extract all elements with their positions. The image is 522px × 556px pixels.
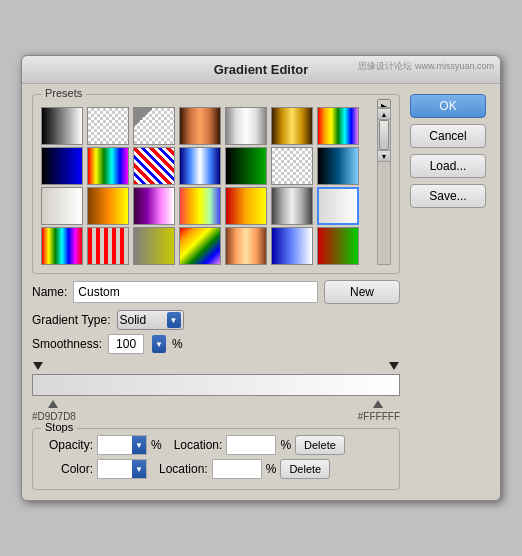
- scroll-thumb[interactable]: [379, 120, 389, 150]
- preset-cell[interactable]: [317, 107, 359, 145]
- preset-cell[interactable]: [133, 147, 175, 185]
- color-value-input[interactable]: [98, 462, 132, 476]
- opacity-label: Opacity:: [41, 438, 93, 452]
- gradient-type-dropdown-arrow[interactable]: ▼: [167, 312, 181, 328]
- presets-grid: [41, 107, 361, 265]
- opacity-percent-label: %: [151, 438, 162, 452]
- preset-cell[interactable]: [271, 147, 313, 185]
- opacity-location-input[interactable]: [227, 438, 275, 452]
- preset-cell[interactable]: [41, 107, 83, 145]
- ok-button[interactable]: OK: [410, 94, 486, 118]
- color-location-input[interactable]: [213, 462, 261, 476]
- watermark: 思缘设计论坛 www.missyuan.com: [358, 60, 494, 73]
- opacity-delete-button[interactable]: Delete: [295, 435, 345, 455]
- preset-cell[interactable]: [225, 107, 267, 145]
- scroll-up-btn[interactable]: ▲: [377, 108, 391, 120]
- preset-cell[interactable]: [317, 227, 359, 265]
- smoothness-label: Smoothness:: [32, 337, 102, 351]
- gradient-editor-dialog: Gradient Editor 思缘设计论坛 www.missyuan.com …: [21, 55, 501, 501]
- preset-cell[interactable]: [41, 227, 83, 265]
- gradient-type-select[interactable]: Solid Noise: [120, 313, 165, 327]
- preset-cell[interactable]: [41, 147, 83, 185]
- color-location-percent: %: [266, 462, 277, 476]
- presets-section: Presets ▶ ▲ ▼: [32, 94, 400, 274]
- preset-cell[interactable]: [271, 187, 313, 225]
- color-value-box[interactable]: ▼: [97, 459, 147, 479]
- name-label: Name:: [32, 285, 67, 299]
- color-row: Color: ▼ Location: % Delete: [41, 459, 391, 479]
- preset-cell[interactable]: [225, 147, 267, 185]
- left-panel: Presets ▶ ▲ ▼ Name: New: [32, 94, 400, 490]
- opacity-location-box[interactable]: [226, 435, 276, 455]
- opacity-location-label: Location:: [174, 438, 223, 452]
- cancel-button[interactable]: Cancel: [410, 124, 486, 148]
- gradient-type-label: Gradient Type:: [32, 313, 111, 327]
- opacity-value-box[interactable]: ▼: [97, 435, 147, 455]
- load-button[interactable]: Load...: [410, 154, 486, 178]
- right-panel: OK Cancel Load... Save...: [410, 94, 490, 490]
- preset-cell[interactable]: [87, 107, 129, 145]
- smoothness-percent: %: [172, 337, 183, 351]
- preset-cell[interactable]: [133, 107, 175, 145]
- preset-cell[interactable]: [225, 227, 267, 265]
- preset-cell[interactable]: [271, 227, 313, 265]
- opacity-dropdown-arrow[interactable]: ▼: [132, 436, 146, 454]
- right-color-value: #FFFFFF: [358, 411, 400, 422]
- smoothness-dropdown-arrow[interactable]: ▼: [152, 335, 166, 353]
- save-button[interactable]: Save...: [410, 184, 486, 208]
- color-label-text: Color:: [41, 462, 93, 476]
- color-stop-right-group: #FFFFFF: [358, 396, 400, 422]
- name-input[interactable]: [73, 281, 318, 303]
- smoothness-input[interactable]: [108, 334, 144, 354]
- gradient-bar-container: #D9D7D8 #FFFFFF: [32, 360, 400, 422]
- preset-cell[interactable]: [87, 147, 129, 185]
- gradient-type-row: Gradient Type: Solid Noise ▼: [32, 310, 400, 330]
- presets-outer: ▶ ▲ ▼: [41, 107, 391, 265]
- preset-cell[interactable]: [87, 187, 129, 225]
- preset-cell[interactable]: [133, 227, 175, 265]
- stops-section: Stops Opacity: ▼ % Location: % Delete: [32, 428, 400, 490]
- opacity-value-input[interactable]: [98, 438, 132, 452]
- smoothness-row: Smoothness: ▼ %: [32, 334, 400, 354]
- new-button[interactable]: New: [324, 280, 400, 304]
- preset-cell[interactable]: [133, 187, 175, 225]
- preset-cell[interactable]: [179, 147, 221, 185]
- presets-label: Presets: [41, 87, 86, 99]
- preset-cell[interactable]: [225, 187, 267, 225]
- color-stop-left[interactable]: [47, 396, 61, 410]
- opacity-stop-left[interactable]: [32, 360, 44, 372]
- preset-cell[interactable]: [179, 227, 221, 265]
- color-stop-right[interactable]: [372, 396, 386, 410]
- gradient-bar[interactable]: [32, 374, 400, 396]
- color-delete-button[interactable]: Delete: [280, 459, 330, 479]
- color-stops-row: #D9D7D8 #FFFFFF: [32, 396, 400, 422]
- color-stop-left-group: #D9D7D8: [32, 396, 76, 422]
- preset-cell[interactable]: [41, 187, 83, 225]
- preset-cell[interactable]: [87, 227, 129, 265]
- stops-title: Stops: [41, 421, 77, 433]
- title-text: Gradient Editor: [214, 62, 309, 77]
- color-location-box[interactable]: [212, 459, 262, 479]
- preset-cell[interactable]: [317, 187, 359, 225]
- opacity-stop-right[interactable]: [388, 360, 400, 372]
- preset-cell[interactable]: [317, 147, 359, 185]
- preset-cell[interactable]: [271, 107, 313, 145]
- opacity-stops-row: [32, 360, 400, 372]
- opacity-location-percent: %: [280, 438, 291, 452]
- scroll-down-btn[interactable]: ▼: [377, 150, 391, 162]
- gradient-type-select-wrap[interactable]: Solid Noise ▼: [117, 310, 184, 330]
- right-color-label-group: #FFFFFF: [358, 411, 400, 422]
- preset-cell[interactable]: [179, 187, 221, 225]
- preset-cell[interactable]: [179, 107, 221, 145]
- presets-scrollbar[interactable]: ▲ ▼: [377, 107, 391, 265]
- color-dropdown-arrow[interactable]: ▼: [132, 460, 146, 478]
- opacity-row: Opacity: ▼ % Location: % Delete: [41, 435, 391, 455]
- color-location-label: Location:: [159, 462, 208, 476]
- name-row: Name: New: [32, 280, 400, 304]
